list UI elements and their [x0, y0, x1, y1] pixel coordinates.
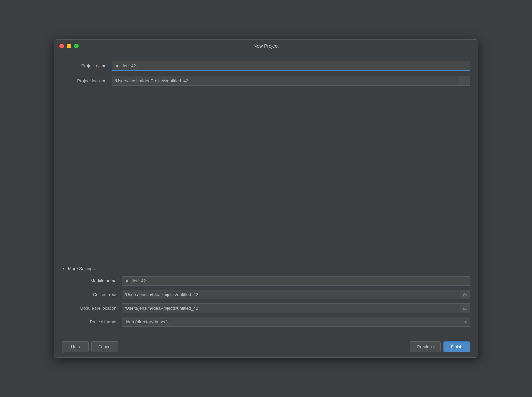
cancel-button[interactable]: Cancel	[91, 341, 118, 352]
close-button[interactable]	[59, 44, 64, 48]
module-name-input[interactable]	[122, 276, 470, 286]
dialog-title: New Project	[253, 43, 278, 49]
module-file-location-browse-button[interactable]: 🗁	[460, 303, 470, 313]
project-format-select-group: .idea (directory-based) .ipr (file based…	[122, 317, 470, 327]
project-format-row: Project format: .idea (directory-based) …	[62, 317, 470, 327]
more-settings-header[interactable]: ▼ More Settings	[62, 266, 470, 271]
content-root-label: Content root:	[62, 292, 122, 297]
more-settings-section: ▼ More Settings Module name: Content roo…	[62, 262, 470, 331]
finish-button[interactable]: Finish	[443, 341, 470, 352]
project-location-row: Project location: ...	[62, 76, 470, 86]
content-root-row: Content root: 🗁	[62, 290, 470, 299]
module-file-location-row: Module file location: 🗁	[62, 303, 470, 313]
project-location-input[interactable]	[112, 76, 459, 86]
minimize-button[interactable]	[67, 44, 71, 48]
collapse-arrow-icon: ▼	[62, 267, 65, 270]
more-settings-label: More Settings	[68, 266, 95, 271]
folder-icon-2: 🗁	[463, 306, 467, 311]
module-name-row: Module name:	[62, 276, 470, 286]
content-root-input-group: 🗁	[122, 290, 470, 299]
content-root-input[interactable]	[122, 290, 460, 299]
dialog-body: Project name: Project location: ... ▼ Mo…	[54, 53, 478, 331]
footer-left-buttons: Help Cancel	[62, 341, 118, 352]
previous-button[interactable]: Previous	[410, 341, 441, 352]
project-name-row: Project name:	[62, 61, 470, 71]
project-format-label: Project format:	[62, 319, 122, 324]
more-settings-fields: Module name: Content root: 🗁 Module f	[62, 276, 470, 331]
project-location-input-group: ...	[112, 76, 470, 86]
dialog-footer: Help Cancel Previous Finish	[54, 336, 478, 357]
new-project-dialog: New Project Project name: Project locati…	[54, 39, 478, 358]
title-bar: New Project	[54, 40, 478, 53]
module-file-location-input[interactable]	[122, 303, 460, 313]
content-root-browse-button[interactable]: 🗁	[460, 290, 470, 299]
project-name-input[interactable]	[112, 61, 470, 71]
project-location-label: Project location:	[62, 78, 112, 83]
folder-icon: 🗁	[463, 292, 467, 297]
module-file-location-input-group: 🗁	[122, 303, 470, 313]
window-controls	[59, 44, 79, 48]
project-name-label: Project name:	[62, 63, 112, 68]
project-format-select[interactable]: .idea (directory-based) .ipr (file based…	[122, 317, 470, 327]
module-file-location-label: Module file location:	[62, 306, 122, 311]
maximize-button[interactable]	[74, 44, 79, 48]
help-button[interactable]: Help	[62, 341, 89, 352]
project-location-browse-button[interactable]: ...	[459, 76, 470, 86]
footer-right-buttons: Previous Finish	[410, 341, 470, 352]
module-name-label: Module name:	[62, 278, 122, 283]
